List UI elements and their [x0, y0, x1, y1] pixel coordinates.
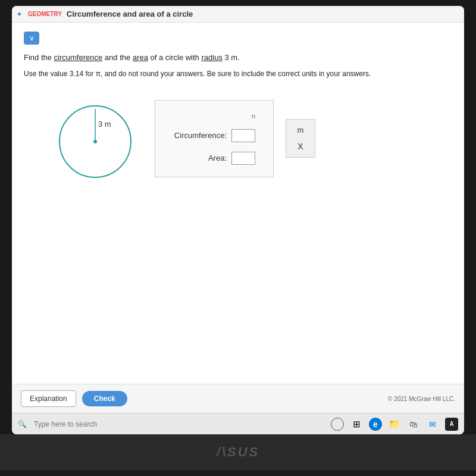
circle-diagram: 3 m	[48, 91, 143, 186]
diagram-area: 3 m n Circumference: Area: m X	[24, 91, 452, 186]
taskbar-app-btn[interactable]: A	[445, 418, 458, 431]
circumference-label: Circumference:	[173, 131, 227, 140]
circumference-word: circumference	[54, 53, 103, 62]
taskbar-icons: ⊞ e 📁 🛍 ✉ A	[331, 418, 458, 431]
explanation-button[interactable]: Explanation	[21, 390, 76, 407]
svg-text:3 m: 3 m	[98, 120, 111, 129]
asus-logo: /\SUS	[217, 444, 259, 460]
panel-top-label: n	[173, 112, 255, 120]
instructions-text: Use the value 3.14 for π, and do not rou…	[24, 68, 452, 79]
input-panel: n Circumference: Area:	[155, 100, 274, 177]
problem-text: Find the circumference and the area of a…	[24, 52, 452, 64]
copyright-text: © 2021 McGraw Hill LLC.	[388, 396, 455, 402]
chevron-button[interactable]: ∨	[24, 32, 39, 45]
geometry-label: GEOMETRY	[28, 11, 62, 17]
taskbar-widget-btn[interactable]: ⊞	[350, 418, 363, 431]
area-input[interactable]	[231, 152, 255, 165]
units-x-label: X	[298, 142, 303, 151]
area-word: area	[133, 53, 148, 62]
circumference-input[interactable]	[231, 129, 255, 142]
circumference-row: Circumference:	[173, 129, 255, 142]
taskbar: 🔍 ⊞ e 📁 🛍 ✉ A	[12, 413, 464, 434]
area-row: Area:	[173, 152, 255, 165]
search-input[interactable]	[34, 420, 153, 428]
taskbar-folder-btn[interactable]: 📁	[388, 418, 401, 431]
area-label: Area:	[173, 154, 227, 162]
radius-word: radius	[201, 53, 222, 62]
top-bar: GEOMETRY Circumference and area of a cir…	[12, 6, 464, 23]
bottom-left: Explanation Check	[21, 390, 127, 407]
laptop-bezel: /\SUS	[0, 434, 476, 470]
bottom-bar: Explanation Check © 2021 McGraw Hill LLC…	[12, 384, 464, 413]
units-panel: m X	[286, 119, 315, 158]
check-button[interactable]: Check	[82, 391, 127, 406]
taskbar-mail-btn[interactable]: ✉	[426, 418, 439, 431]
taskbar-edge-btn[interactable]: e	[369, 418, 382, 431]
page-title: Circumference and area of a circle	[67, 10, 193, 18]
search-icon: 🔍	[18, 420, 27, 428]
taskbar-store-btn[interactable]: 🛍	[407, 418, 420, 431]
taskbar-start-btn[interactable]	[331, 418, 344, 431]
units-label: m	[298, 126, 304, 134]
content-area: ∨ Find the circumference and the area of…	[12, 23, 464, 384]
